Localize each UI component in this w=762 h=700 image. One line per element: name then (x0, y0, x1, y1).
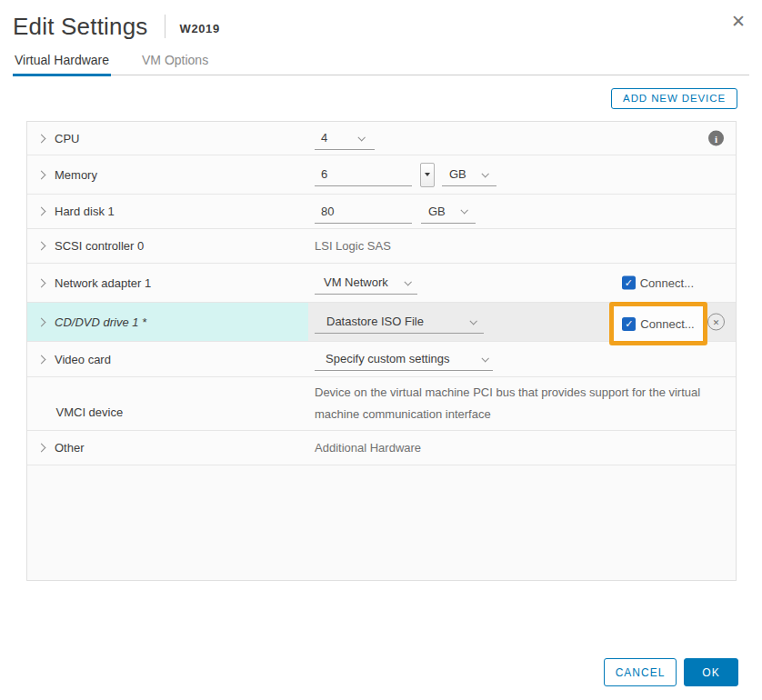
row-label: Video card (55, 353, 111, 366)
memory-dropdown-button[interactable] (420, 163, 435, 187)
row-other: Other Additional Hardware (27, 431, 736, 465)
vmci-label-cell: VMCI device (27, 377, 308, 430)
row-memory: Memory 6 GB (27, 155, 736, 195)
row-label: Network adapter 1 (55, 276, 151, 290)
cddvd-connect-checkbox[interactable]: ✓ Connect... (622, 317, 694, 331)
title-divider (165, 15, 165, 38)
row-label: CPU (55, 132, 79, 145)
memory-unit-select[interactable]: GB (442, 163, 496, 186)
hardware-grid: CPU 4 i Memory 6 (26, 121, 737, 581)
row-video-card: Video card Specify custom settings (27, 342, 736, 377)
video-settings-value: Specify custom settings (326, 352, 450, 365)
vm-name: W2019 (180, 22, 220, 35)
row-label: Other (55, 441, 85, 455)
chevron-right-icon[interactable] (37, 444, 46, 453)
video-label-cell: Video card (27, 342, 308, 376)
row-cpu: CPU 4 i (27, 122, 736, 155)
connect-label[interactable]: Connect... (640, 276, 694, 290)
edit-settings-dialog: Edit Settings W2019 ✕ Virtual Hardware V… (0, 0, 762, 700)
cancel-button[interactable]: CANCEL (604, 658, 677, 686)
memory-size-input[interactable]: 6 (315, 163, 412, 186)
chevron-right-icon[interactable] (37, 355, 46, 364)
row-label: CD/DVD drive 1 * (55, 315, 146, 329)
tab-bar: Virtual Hardware VM Options (13, 53, 749, 75)
disk-unit-value: GB (428, 205, 446, 218)
row-cddvd-drive: CD/DVD drive 1 * Datastore ISO File ✓ Co… (27, 303, 736, 342)
cddvd-media-value: Datastore ISO File (326, 315, 424, 328)
chevron-right-icon[interactable] (37, 170, 46, 179)
other-label-cell: Other (27, 431, 308, 465)
chevron-down-icon (404, 278, 411, 285)
cpu-label-cell: CPU (27, 122, 308, 155)
network-value: VM Network (324, 275, 388, 289)
close-icon[interactable]: ✕ (727, 11, 749, 32)
cpu-count-value: 4 (321, 131, 327, 145)
scsi-label-cell: SCSI controller 0 (27, 229, 308, 263)
memory-size-value: 6 (321, 167, 327, 181)
chevron-down-icon (358, 134, 366, 141)
connect-label[interactable]: Connect... (640, 317, 694, 331)
row-label: VMCI device (56, 405, 124, 419)
network-select[interactable]: VM Network (315, 271, 417, 295)
triangle-down-icon (425, 173, 430, 176)
row-hard-disk: Hard disk 1 80 GB (27, 195, 736, 229)
chevron-right-icon[interactable] (37, 278, 46, 287)
memory-label-cell: Memory (27, 155, 308, 194)
disk-unit-select[interactable]: GB (421, 200, 476, 224)
dialog-footer: CANCEL OK (604, 658, 738, 686)
ok-button[interactable]: OK (684, 658, 738, 686)
other-control-cell: Additional Hardware (308, 441, 421, 455)
checkbox-checked-icon[interactable]: ✓ (622, 317, 636, 331)
chevron-down-icon (460, 206, 467, 214)
dialog-title: Edit Settings (13, 13, 148, 41)
vmci-control-cell: Device on the virtual machine PCI bus th… (308, 382, 715, 425)
network-connect-checkbox[interactable]: ✓ Connect... (622, 276, 694, 290)
row-label: Memory (55, 168, 97, 182)
chevron-right-icon[interactable] (37, 207, 46, 216)
vmci-description: Device on the virtual machine PCI bus th… (315, 382, 715, 425)
network-label-cell: Network adapter 1 (27, 264, 308, 302)
cpu-control-cell: 4 (308, 126, 375, 150)
cpu-count-select[interactable]: 4 (315, 126, 375, 150)
remove-device-icon[interactable]: ✕ (707, 314, 725, 331)
dialog-header: Edit Settings W2019 ✕ (0, 0, 762, 42)
info-icon[interactable]: i (708, 131, 724, 146)
row-network-adapter: Network adapter 1 VM Network ✓ Connect..… (27, 264, 736, 303)
chevron-down-icon (481, 170, 488, 177)
chevron-down-icon (481, 355, 488, 362)
disk-size-input[interactable]: 80 (315, 200, 412, 224)
disk-size-value: 80 (321, 205, 334, 218)
hard-disk-control-cell: 80 GB (308, 200, 476, 224)
video-settings-select[interactable]: Specify custom settings (315, 347, 493, 371)
toolbar: ADD NEW DEVICE (26, 88, 737, 109)
row-label: Hard disk 1 (55, 205, 115, 218)
chevron-down-icon (469, 317, 476, 325)
row-vmci-device: VMCI device Device on the virtual machin… (27, 377, 736, 431)
highlight-box: ✓ Connect... (609, 302, 707, 345)
memory-control-cell: 6 GB (308, 163, 496, 187)
tab-vm-options[interactable]: VM Options (140, 53, 210, 75)
other-value: Additional Hardware (315, 441, 421, 455)
add-new-device-button[interactable]: ADD NEW DEVICE (611, 88, 737, 109)
memory-unit-value: GB (449, 167, 466, 181)
cddvd-control-cell: Datastore ISO File (308, 310, 484, 334)
network-control-cell: VM Network (308, 271, 417, 295)
chevron-right-icon[interactable] (37, 317, 46, 326)
grid-empty-area (27, 465, 736, 580)
cddvd-media-select[interactable]: Datastore ISO File (315, 310, 484, 334)
tab-virtual-hardware[interactable]: Virtual Hardware (13, 53, 111, 75)
chevron-right-icon[interactable] (37, 242, 46, 251)
hard-disk-label-cell: Hard disk 1 (27, 195, 308, 228)
checkbox-checked-icon[interactable]: ✓ (622, 276, 636, 290)
cddvd-label-cell: CD/DVD drive 1 * (27, 303, 308, 341)
row-scsi-controller: SCSI controller 0 LSI Logic SAS (27, 229, 736, 264)
scsi-type-value: LSI Logic SAS (315, 239, 391, 253)
chevron-right-icon[interactable] (37, 134, 46, 143)
video-control-cell: Specify custom settings (308, 347, 493, 371)
scsi-control-cell: LSI Logic SAS (308, 239, 391, 253)
row-label: SCSI controller 0 (55, 239, 144, 253)
